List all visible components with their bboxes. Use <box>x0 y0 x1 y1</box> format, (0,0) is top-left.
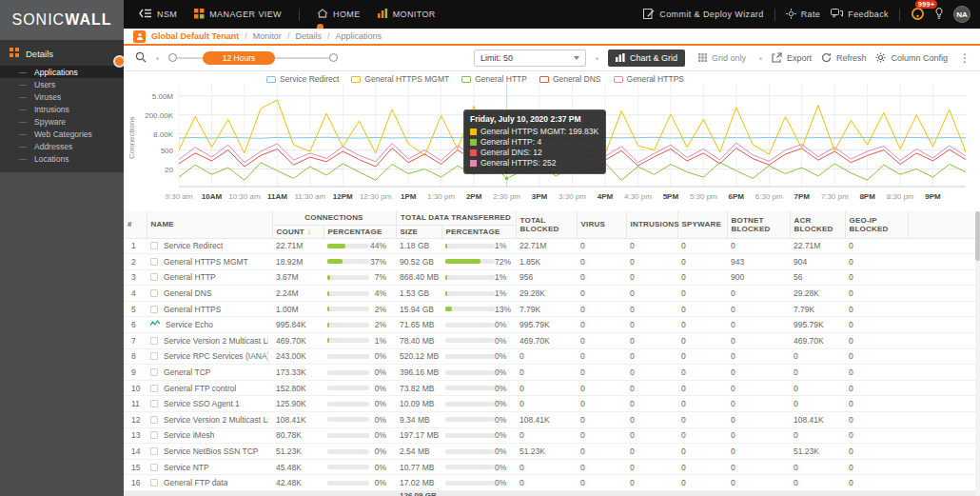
slider-handle-end[interactable] <box>329 53 338 62</box>
cell-virus: 0 <box>577 238 626 254</box>
cell-size: 197.17 MB <box>396 427 441 444</box>
sidebar-header-details[interactable]: Details <box>0 40 124 66</box>
chart-grid-button[interactable]: Chart & Grid <box>608 50 685 67</box>
table-row[interactable]: 9General TCP173.33K0%396.16 MB0%0000000 <box>124 365 980 381</box>
menu-collapse-icon <box>139 9 152 20</box>
scrollbar-thumb[interactable] <box>975 211 980 261</box>
refresh-button[interactable]: Refresh <box>821 52 867 65</box>
table-row[interactable]: 15Service NTP45.48K0%10.77 MB0%0000000 <box>124 459 980 475</box>
rate-button[interactable]: Rate <box>786 9 821 21</box>
legend-item-service-redirect[interactable]: Service Redirect <box>266 74 339 84</box>
row-checkbox[interactable] <box>150 431 158 439</box>
column-config-button[interactable]: Column Config <box>875 52 948 65</box>
table-row[interactable]: 6Service Echo995.84K2%71.65 MB0%995.79K0… <box>124 317 980 333</box>
grid-only-button[interactable]: Grid only <box>695 53 750 64</box>
col-header-name[interactable]: NAME <box>147 211 272 238</box>
cell-intrusions: 0 <box>626 380 677 396</box>
limit-dropdown[interactable]: Limit: 50 <box>474 50 586 67</box>
sidebar-item-spyware[interactable]: —Spyware <box>0 115 124 128</box>
row-checkbox[interactable] <box>150 416 158 424</box>
col-header-count[interactable]: COUNT↓ <box>272 225 323 238</box>
breadcrumb-applications[interactable]: Applications <box>335 31 382 41</box>
col-header-num[interactable]: # <box>124 211 147 238</box>
cell-geoip: 0 <box>845 475 908 491</box>
user-avatar[interactable]: NA <box>953 6 970 23</box>
nav-manager-view[interactable]: MANAGER VIEW <box>194 9 282 21</box>
row-checkbox[interactable] <box>150 400 158 407</box>
slider-handle-start[interactable] <box>168 53 177 62</box>
table-row[interactable]: 1Service Redirect22.71M44%1.18 GB1%22.71… <box>124 238 980 254</box>
row-checkbox[interactable] <box>150 479 158 486</box>
row-checkbox[interactable] <box>150 464 158 471</box>
more-options-icon[interactable]: ⋮ <box>957 51 972 65</box>
col-header-virus[interactable]: VIRUS <box>577 211 626 238</box>
col-header-intrusions[interactable]: INTRUSIONS <box>626 211 677 238</box>
row-checkbox[interactable] <box>150 337 158 345</box>
col-header-geoip[interactable]: GEO-IP BLOCKED <box>845 211 908 238</box>
legend-item-general-http[interactable]: General HTTP <box>461 74 527 84</box>
row-checkbox[interactable] <box>150 385 158 392</box>
legend-item-general-https-mgmt[interactable]: General HTTPS MGMT <box>351 74 449 84</box>
table-row[interactable]: 11Service SSO Agent 1125.90K0%10.09 MB0%… <box>124 396 980 412</box>
export-button[interactable]: Export <box>772 52 812 65</box>
commit-deploy-wizard-button[interactable]: Commit & Deploy Wizard <box>643 9 763 21</box>
row-checkbox[interactable] <box>150 242 158 249</box>
breadcrumb-tenant[interactable]: Global Default Tenant <box>151 31 239 41</box>
col-header-acr[interactable]: ACR BLOCKED <box>790 211 845 238</box>
table-row[interactable]: 4General DNS2.24M4%1.53 GB1%29.28K000029… <box>124 286 980 302</box>
cell-size: 10.09 MB <box>396 396 441 412</box>
breadcrumb-monitor[interactable]: Monitor <box>253 31 282 41</box>
nav-home[interactable]: HOME <box>317 9 361 20</box>
notifications-button[interactable]: 999+ <box>911 7 925 23</box>
sidebar-item-viruses[interactable]: —Viruses <box>0 90 124 103</box>
row-checkbox[interactable] <box>150 447 158 455</box>
table-scrollbar[interactable] <box>975 211 980 496</box>
table-row[interactable]: 12Service Version 2 Multicast Listener R… <box>124 412 980 428</box>
table-row[interactable]: 3General HTTP3.67M7%868.40 MB1%956000900… <box>124 269 980 286</box>
sidebar-item-applications[interactable]: —Applications <box>0 66 124 78</box>
sidebar-item-web-categories[interactable]: —Web Categories <box>0 128 124 140</box>
breadcrumb-details[interactable]: Details <box>295 31 322 41</box>
table-row[interactable]: 13Service iMesh80.78K0%197.17 MB0%000000… <box>124 427 980 444</box>
legend-item-general-https[interactable]: General HTTPS <box>614 74 684 84</box>
col-header-spyware[interactable]: SPYWARE <box>677 211 727 238</box>
lightbulb-icon <box>935 8 943 22</box>
sidebar-item-locations[interactable]: —Locations <box>0 152 124 165</box>
col-header-total-blocked[interactable]: TOTAL BLOCKED <box>516 211 577 238</box>
nav-nsm[interactable]: NSM <box>139 9 177 20</box>
sidebar-item-intrusions[interactable]: —Intrusions <box>0 103 124 115</box>
table-row[interactable]: 2General HTTPS MGMT18.92M37%90.52 GB72%1… <box>124 254 980 270</box>
cell-geoip: 0 <box>845 317 908 333</box>
connections-chart[interactable]: Service RedirectGeneral HTTPS MGMTGenera… <box>124 71 980 211</box>
legend-item-general-dns[interactable]: General DNS <box>539 74 601 84</box>
table-row[interactable]: 5General HTTPS1.00M2%15.94 GB13%7.79K000… <box>124 301 980 317</box>
percentage-bar <box>445 386 495 390</box>
time-range-slider[interactable]: 12 Hours <box>168 50 338 66</box>
col-header-botnet[interactable]: BOTNET BLOCKED <box>727 211 790 238</box>
cell-conn-percentage: 37% <box>327 254 392 269</box>
row-checkbox[interactable] <box>150 258 158 266</box>
sidebar-item-users[interactable]: —Users <box>0 78 124 90</box>
sidebar-collapse-handle[interactable] <box>115 57 124 66</box>
series-swatch <box>470 149 477 156</box>
time-range-pill[interactable]: 12 Hours <box>203 51 275 65</box>
row-checkbox[interactable] <box>150 352 158 360</box>
table-row[interactable]: 7Service Version 2 Multicast Listener Re… <box>124 333 980 349</box>
row-checkbox[interactable] <box>150 368 158 376</box>
col-header-data-percentage[interactable]: PERCENTAGE <box>441 225 516 238</box>
nav-monitor[interactable]: MONITOR <box>378 9 436 20</box>
x-tick-label: 10AM <box>202 192 222 201</box>
table-row[interactable]: 14Service NetBios SSN TCP51.23K0%2.54 MB… <box>124 444 980 460</box>
table-row[interactable]: 10General FTP control152.80K0%73.82 MB0%… <box>124 380 980 396</box>
search-icon[interactable] <box>135 51 147 65</box>
row-checkbox[interactable] <box>150 289 158 297</box>
col-header-conn-percentage[interactable]: PERCENTAGE <box>323 225 396 238</box>
lightbulb-button[interactable] <box>935 8 943 22</box>
table-row[interactable]: 16General FTP data42.48K0%17.02 MB0%0000… <box>124 475 980 491</box>
feedback-button[interactable]: Feedback <box>831 9 889 20</box>
table-row[interactable]: 8Service RPC Services (IANA)243.00K0%520… <box>124 348 980 365</box>
col-header-size[interactable]: SIZE <box>396 225 441 238</box>
row-checkbox[interactable] <box>150 306 158 313</box>
sidebar-item-addresses[interactable]: —Addresses <box>0 140 124 152</box>
row-checkbox[interactable] <box>150 273 158 281</box>
